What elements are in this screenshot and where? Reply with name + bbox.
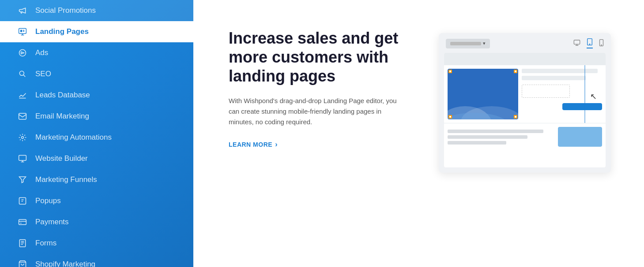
popup-icon [18,196,27,206]
tablet-icon[interactable] [587,38,593,48]
svg-rect-1 [20,30,22,32]
sidebar-item-label: Ads [35,48,48,57]
sidebar-item-label: Popups [35,197,61,205]
sidebar-item-landing-pages[interactable]: Landing Pages [0,21,193,42]
dropdown-arrow-icon: ▾ [483,41,486,46]
seo-icon [18,69,27,79]
svg-rect-11 [574,40,580,44]
shopify-icon [18,260,27,267]
sidebar-item-label: Marketing Automations [35,133,112,142]
svg-rect-0 [19,29,26,34]
sidebar-item-label: Leads Database [35,91,90,100]
sidebar-item-label: Shopify Marketing [35,260,95,267]
editor-preview: ▾ [439,33,611,173]
svg-rect-4 [19,113,26,119]
payments-icon [18,217,27,227]
sidebar-item-social-promotions[interactable]: Social Promotions [0,0,193,21]
page-title: Increase sales and get more customers wi… [229,29,414,86]
sidebar-item-label: Forms [35,239,56,248]
canvas-area: ↖ [444,53,606,167]
editor-toolbar: ▾ [444,38,606,48]
canvas-line-2 [448,135,528,139]
sidebar-item-label: Email Marketing [35,112,89,121]
sidebar-item-shopify-marketing[interactable]: Shopify Marketing [0,254,193,267]
canvas-line-1 [448,130,544,133]
sidebar-item-ads[interactable]: Ads [0,42,193,63]
sidebar-item-seo[interactable]: SEO [0,63,193,85]
content-right: ▾ [432,24,618,249]
sidebar-item-marketing-funnels[interactable]: Marketing Funnels [0,169,193,190]
sidebar-item-label: Payments [35,218,69,226]
desktop-icon[interactable] [573,40,580,47]
canvas-cta-block [558,127,602,147]
sidebar-item-label: Marketing Funnels [35,175,97,184]
canvas-text-line-1 [522,69,598,73]
automations-icon [18,133,27,142]
learn-more-button[interactable]: LEARN MORE › [229,141,278,148]
funnel-icon [18,175,27,185]
selection-handle-br [514,115,517,119]
canvas-section-1: ↖ [444,65,606,123]
email-icon [18,111,27,121]
ads-icon [18,48,27,58]
megaphone-icon [18,6,27,15]
landing-page-icon [18,27,27,37]
sidebar-item-label: Landing Pages [35,27,89,36]
sidebar-item-payments[interactable]: Payments [0,211,193,233]
svg-rect-7 [19,198,26,204]
toolbar-dropdown[interactable]: ▾ [446,39,490,48]
forms-icon [18,238,27,248]
svg-point-5 [22,137,24,139]
toolbar-device-icons [573,38,604,48]
mobile-icon[interactable] [599,39,604,48]
sidebar-item-label: SEO [35,70,51,78]
canvas-section-2 [444,123,606,150]
canvas-top-bar [444,53,606,65]
sidebar-item-leads-database[interactable]: Leads Database [0,85,193,106]
monitor-icon [18,154,27,163]
svg-point-13 [589,44,590,44]
svg-rect-8 [19,219,26,225]
sidebar-item-website-builder[interactable]: Website Builder [0,148,193,169]
svg-point-3 [19,71,24,75]
chart-icon [18,90,27,100]
sidebar-item-marketing-automations[interactable]: Marketing Automations [0,127,193,148]
wave-graphic [448,93,518,119]
page-description: With Wishpond's drag-and-drop Landing Pa… [229,96,405,127]
canvas-line-3 [448,141,506,145]
canvas-image-block [448,69,518,119]
toolbar-left: ▾ [446,39,490,48]
svg-rect-9 [19,240,25,247]
sidebar-item-popups[interactable]: Popups [0,190,193,211]
canvas-text-line-2 [522,76,586,80]
canvas-cta-button [562,103,602,110]
selection-handle-tr [514,70,517,73]
sidebar-item-label: Website Builder [35,154,88,163]
sidebar-item-forms[interactable]: Forms [0,233,193,254]
selection-handle-bl [448,115,452,119]
canvas-dotted-box [522,85,570,98]
content-left: Increase sales and get more customers wi… [229,24,414,249]
sidebar-item-label: Social Promotions [35,6,96,15]
selection-handle-tl [448,70,452,73]
canvas-guide-line [584,65,585,123]
learn-more-label: LEARN MORE [229,141,272,148]
canvas-lines-block [448,130,554,145]
svg-point-15 [601,45,601,45]
sidebar: Social Promotions Landing Pages Ads [0,0,193,267]
main-content: Increase sales and get more customers wi… [193,0,644,267]
cursor-icon: ↖ [590,92,597,101]
chevron-right-icon: › [275,141,278,148]
sidebar-item-email-marketing[interactable]: Email Marketing [0,106,193,127]
svg-rect-6 [19,156,26,161]
